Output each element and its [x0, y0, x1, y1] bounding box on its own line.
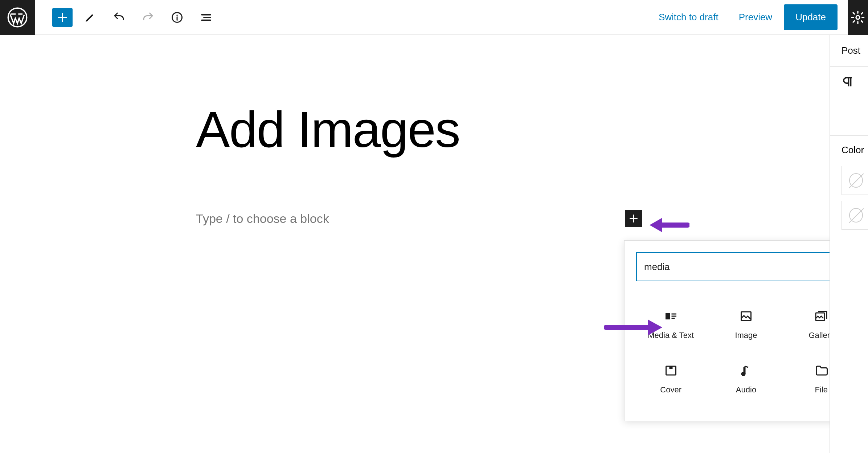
- list-view-icon: [200, 11, 213, 24]
- block-search-input[interactable]: [644, 261, 838, 273]
- color-section-title: Color: [842, 144, 868, 163]
- inline-add-block-button[interactable]: [625, 210, 642, 227]
- none-color-icon: [849, 173, 863, 188]
- text-color-swatch[interactable]: [842, 166, 868, 195]
- editor-canvas: Add Images Type / to choose a block: [0, 35, 868, 227]
- block-item-audio[interactable]: Audio: [708, 352, 783, 406]
- block-item-label: Audio: [736, 385, 756, 395]
- background-color-swatch[interactable]: [842, 201, 868, 230]
- paragraph-icon: [842, 76, 855, 89]
- info-icon: [171, 11, 184, 24]
- block-item-label: Media & Text: [648, 331, 694, 340]
- sidebar-paragraph-section: [830, 67, 868, 136]
- block-item-label: Image: [735, 331, 757, 340]
- update-button[interactable]: Update: [784, 4, 838, 30]
- preview-link[interactable]: Preview: [730, 7, 781, 27]
- pencil-icon: [83, 11, 97, 24]
- block-item-cover[interactable]: Cover: [633, 352, 708, 406]
- sidebar-tab-post[interactable]: Post: [830, 35, 868, 67]
- post-title-input[interactable]: Add Images: [196, 100, 868, 159]
- audio-icon: [739, 363, 753, 378]
- svg-point-9: [742, 372, 745, 376]
- wordpress-logo-button[interactable]: [0, 0, 35, 35]
- edit-mode-button[interactable]: [78, 7, 102, 28]
- image-icon: [739, 309, 753, 323]
- media-text-icon: [664, 309, 678, 323]
- redo-button[interactable]: [136, 7, 160, 28]
- settings-sidebar: Post Color: [830, 35, 868, 453]
- svg-point-3: [856, 16, 860, 19]
- switch-to-draft-link[interactable]: Switch to draft: [650, 7, 727, 27]
- redo-icon: [142, 11, 155, 24]
- file-icon: [814, 363, 828, 378]
- svg-rect-8: [669, 366, 672, 369]
- add-block-toggle[interactable]: [52, 8, 73, 27]
- gear-icon: [851, 10, 865, 25]
- block-placeholder-text[interactable]: Type / to choose a block: [196, 212, 625, 226]
- sidebar-color-section: Color: [830, 136, 868, 238]
- list-view-button[interactable]: [195, 7, 218, 28]
- block-item-image[interactable]: Image: [708, 297, 783, 352]
- plus-icon: [56, 11, 69, 24]
- block-item-media-text[interactable]: Media & Text: [633, 297, 708, 352]
- undo-icon: [112, 11, 126, 24]
- undo-button[interactable]: [107, 7, 131, 28]
- color-swatches: [842, 163, 868, 230]
- gallery-icon: [814, 309, 828, 323]
- info-button[interactable]: [165, 7, 189, 28]
- toolbar-left-group: [35, 7, 218, 28]
- cover-icon: [664, 363, 678, 378]
- none-color-icon: [849, 208, 863, 223]
- wordpress-icon: [7, 7, 28, 28]
- svg-rect-4: [666, 313, 670, 319]
- plus-icon: [628, 213, 639, 224]
- svg-point-2: [176, 15, 178, 16]
- settings-button[interactable]: [848, 0, 868, 35]
- top-toolbar: Switch to draft Preview Update: [0, 0, 868, 35]
- toolbar-right-group: Switch to draft Preview Update: [650, 0, 861, 35]
- block-item-label: Cover: [660, 385, 681, 395]
- empty-block-row: Type / to choose a block: [196, 210, 642, 227]
- block-item-label: File: [815, 385, 828, 395]
- block-search-box: [636, 252, 856, 281]
